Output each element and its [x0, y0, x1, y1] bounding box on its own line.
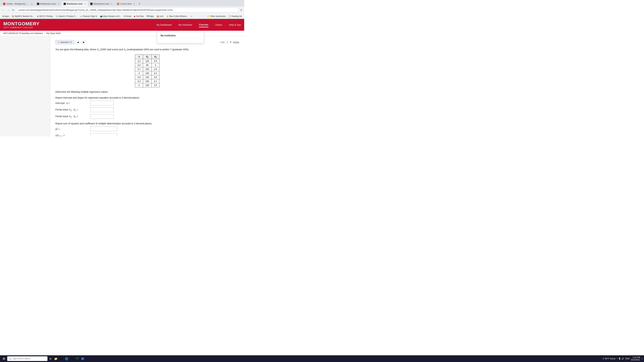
- profile-button[interactable]: E: [240, 8, 243, 12]
- question-label[interactable]: ☑ Question 17: [55, 40, 74, 44]
- browser-chrome: Activity - Montgomery County C... ✕ Blac…: [0, 0, 244, 19]
- table-row: 3.2 105 3.1: [135, 79, 160, 83]
- browser-actions: E: [240, 8, 243, 12]
- slope2-input[interactable]: [90, 114, 114, 119]
- bookmark-apps[interactable]: ⊞ Apps: [1, 15, 10, 18]
- bookmark-label-gmail: Gmail: [126, 15, 131, 17]
- table-row: 4 130 2.6: [135, 83, 160, 87]
- new-tab-button[interactable]: +: [137, 2, 142, 5]
- address-bar: ← → ↻ E: [0, 6, 244, 14]
- my-institution-dropdown: My Institution: [157, 31, 204, 43]
- question-next-button[interactable]: ▶: [82, 40, 86, 44]
- sstotal-input[interactable]: [90, 133, 117, 136]
- reload-button[interactable]: ↻: [12, 8, 15, 12]
- cell-x2-7: 2.6: [152, 83, 159, 87]
- logo-main: MONTGOMERY: [3, 21, 40, 26]
- question-points-text: 2 pts: [220, 41, 224, 43]
- bookmark-purdue[interactable]: 🔍 Search // Purdue C...: [54, 15, 78, 18]
- tab-bb3[interactable]: Blackboard Learn ✕: [88, 1, 114, 6]
- r2-input[interactable]: [90, 126, 117, 131]
- bookmark-other[interactable]: 📁 Other bookmarks: [206, 15, 226, 18]
- cell-x1-7: 130: [143, 83, 152, 87]
- printing-icon: 🖨: [37, 15, 39, 17]
- nav-dashboard[interactable]: My Dashboard: [156, 23, 172, 27]
- back-button[interactable]: ←: [1, 8, 5, 12]
- bookmark-mc3[interactable]: 🏫 mc3: [156, 15, 164, 18]
- forward-button[interactable]: →: [6, 8, 10, 12]
- cell-x1-2: 95: [143, 63, 152, 67]
- tab-title-bb2: Blackboard Learn: [67, 3, 83, 5]
- bookmark-label-purdue: Search // Purdue C...: [58, 15, 77, 17]
- bookmark-pearson[interactable]: 📖 Pearson Sign In: [79, 15, 98, 18]
- breadcrumb-course[interactable]: MAT130ONLN7 Probability and Statistics: [3, 32, 43, 34]
- other-bookmarks-icon: 📁: [207, 15, 210, 17]
- question-prev-button[interactable]: ◀: [76, 40, 80, 44]
- tab-close-bb3[interactable]: ✕: [111, 3, 112, 5]
- content-area: ☑ Question 17 ◀ ▶ 2 pts 🕐 ⚑ Details You …: [0, 36, 244, 136]
- cell-x2-6: 3.1: [152, 79, 159, 83]
- col-header-x1: X1: [143, 55, 152, 59]
- table-row: 3.8 125 3.6: [135, 75, 160, 79]
- details-link[interactable]: Details: [233, 41, 239, 43]
- cell-y2: 3.4: [135, 63, 143, 67]
- cell-x1-3: 130: [143, 67, 152, 71]
- bookmark-label-readinglist: Reading list: [231, 15, 242, 17]
- bookmark-readinglist[interactable]: 📋 Reading list: [227, 15, 243, 18]
- maps-icon: 🗺: [146, 15, 148, 17]
- r2-row: R2 =: [55, 126, 239, 131]
- col-header-x2: X2: [152, 55, 159, 59]
- tab-coursehero[interactable]: Course Hero ✕: [115, 1, 137, 6]
- nav-library[interactable]: Library: [215, 23, 222, 27]
- tab-bb2-active[interactable]: Blackboard Learn ✕: [62, 1, 88, 6]
- bookmark-bluecollar[interactable]: 💡 Blue Collar Brillianc...: [165, 15, 189, 18]
- nav-institution[interactable]: My Institution: [178, 23, 192, 27]
- cell-y1: 3.2: [135, 59, 143, 63]
- slope2-label: Partial slope X2: b2 =: [55, 115, 89, 118]
- youtube-icon: ▶: [134, 15, 136, 17]
- slope1-input[interactable]: [90, 107, 114, 112]
- stream-icon: 📺: [100, 15, 102, 17]
- bookmark-youtube[interactable]: ▶ YouTube: [133, 15, 145, 18]
- gmail-icon: ✉: [124, 15, 126, 17]
- tab-close-activity[interactable]: ✕: [31, 3, 32, 5]
- cell-y6: 3.2: [135, 79, 143, 83]
- montgomery-logo: MONTGOMERY UNTY COMMUNITY COLLEGE: [3, 21, 40, 28]
- question-pill-text: Question 17: [60, 41, 72, 43]
- r2-label: R2 =: [55, 127, 89, 131]
- address-input[interactable]: [16, 8, 239, 12]
- tab-bb1[interactable]: Blackboard Learn ✕: [35, 1, 61, 6]
- cell-x1-4: 145: [143, 71, 152, 75]
- intercept-section-label: Report intercept and slopes for regressi…: [55, 96, 239, 99]
- bookmark-label-apps: Apps: [4, 15, 9, 17]
- purdue-icon: 🔍: [55, 15, 58, 17]
- bookmark-stream[interactable]: 📺 https://stream.mc3...: [99, 15, 122, 18]
- tab-close-bb1[interactable]: ✕: [58, 3, 59, 5]
- sstotal-row: SSTotal =: [55, 133, 239, 136]
- col-header-y: Y: [135, 55, 143, 59]
- tab-close-bb2[interactable]: ✕: [84, 3, 86, 5]
- cell-y3: 3.7: [135, 67, 143, 71]
- mc3-icon: 🏫: [157, 15, 159, 17]
- intercept-input[interactable]: [90, 101, 114, 105]
- tab-close-coursehero[interactable]: ✕: [133, 3, 135, 5]
- bluecollar-icon: 💡: [166, 15, 169, 17]
- bookmark-printing[interactable]: 🖨 MCCC Printing: [36, 15, 54, 18]
- table-row: 4 145 3.2: [135, 71, 160, 75]
- apps-icon: ⊞: [2, 15, 4, 17]
- main-pane: ☑ Question 17 ◀ ▶ 2 pts 🕐 ⚑ Details You …: [50, 36, 244, 136]
- cell-x2-5: 3.6: [152, 75, 159, 79]
- tab-favicon-activity: [3, 3, 5, 5]
- bookmark-more[interactable]: »: [190, 15, 193, 18]
- nav-help[interactable]: Help & Sup: [229, 23, 241, 27]
- bookmark-maps[interactable]: 🗺 Maps: [146, 15, 155, 18]
- dropdown-title: My Institution: [160, 34, 200, 38]
- nav-courses[interactable]: Courses: [199, 22, 208, 27]
- bookmark-mymc3[interactable]: 🏠 MyMC3 Student Ho...: [11, 15, 35, 18]
- question-header: ☑ Question 17 ◀ ▶ 2 pts 🕐 ⚑ Details: [55, 39, 239, 45]
- breadcrumb-separator: ›: [44, 32, 45, 34]
- tab-activity[interactable]: Activity - Montgomery County C... ✕: [1, 1, 34, 6]
- intercept-label: Intercept: a =: [55, 102, 89, 104]
- bookmark-gmail[interactable]: ✉ Gmail: [123, 15, 132, 18]
- cell-x1-5: 125: [143, 75, 152, 79]
- tab-title-coursehero: Course Hero: [120, 3, 132, 5]
